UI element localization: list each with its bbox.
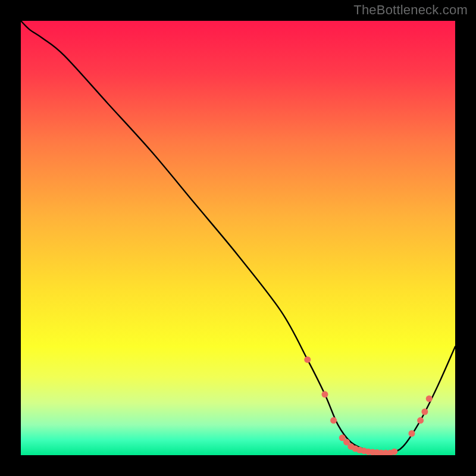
highlight-point [417, 417, 424, 424]
highlight-point [421, 409, 428, 415]
highlight-point [304, 356, 311, 363]
plot-area [21, 21, 455, 455]
highlight-point [330, 417, 337, 424]
attribution-label: TheBottleneck.com [353, 2, 468, 18]
highlight-point [391, 449, 397, 455]
chart-frame: TheBottleneck.com [0, 0, 476, 476]
highlight-point [322, 391, 328, 397]
highlight-markers [304, 356, 432, 455]
highlight-point [409, 430, 415, 437]
curve-line [21, 21, 455, 453]
highlight-point [426, 396, 433, 402]
bottleneck-curve [21, 21, 455, 455]
